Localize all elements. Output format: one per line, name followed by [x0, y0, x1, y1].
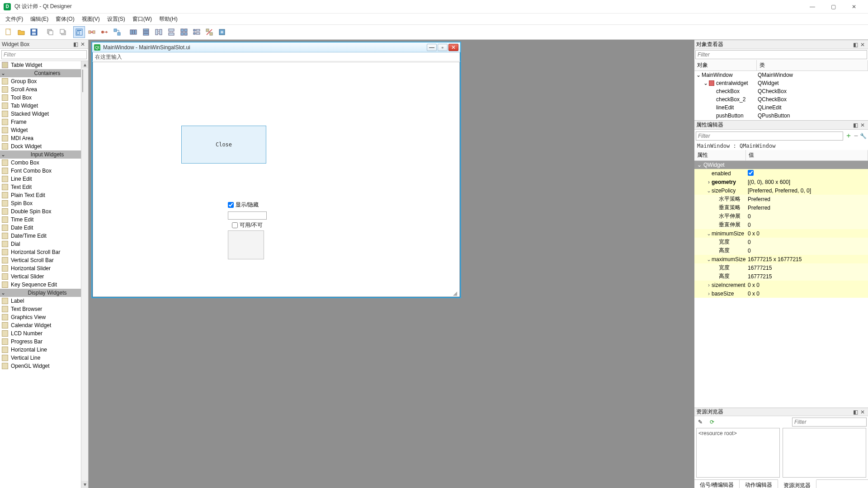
property-row[interactable]: ⌄maximumSize16777215 x 16777215	[694, 255, 868, 263]
resource-tree-pane[interactable]: <resource root>	[696, 428, 780, 478]
widget-item[interactable]: Vertical Line	[0, 354, 88, 362]
resource-preview-pane[interactable]	[783, 428, 866, 478]
scroll-thumb[interactable]	[82, 70, 83, 92]
resource-browser-float-button[interactable]: ◧	[852, 408, 859, 416]
widget-item-partial[interactable]: Table Widget	[0, 61, 88, 69]
object-tree-row[interactable]: ⌄centralwidgetQWidget	[694, 79, 868, 87]
widget-item[interactable]: Date Edit	[0, 224, 88, 232]
property-row[interactable]: ›sizeIncrement0 x 0	[694, 281, 868, 289]
design-mdi-area[interactable]: Qt MainWindow - MainWinSingalSlot.ui — ▫…	[89, 40, 694, 488]
widget-box-scrollbar[interactable]: ▴ ▾	[81, 61, 88, 488]
widget-box-list[interactable]: Table Widget ⌄Containers Group BoxScroll…	[0, 61, 88, 488]
open-button[interactable]	[15, 26, 27, 38]
category-input-widgets[interactable]: ⌄Input Widgets	[0, 150, 88, 159]
object-tree-row[interactable]: pushButtonQPushButton	[694, 112, 868, 120]
property-editor-float-button[interactable]: ◧	[852, 122, 859, 129]
property-col-value[interactable]: 值	[746, 150, 868, 160]
widget-item[interactable]: Plain Text Edit	[0, 191, 88, 199]
pushbutton-close[interactable]: Close	[181, 126, 266, 164]
reload-resources-button[interactable]: ⟳	[708, 418, 717, 427]
object-tree-col-name[interactable]: 对象	[694, 60, 757, 70]
property-row[interactable]: ›baseSize0 x 0	[694, 289, 868, 298]
property-editor-close-button[interactable]: ✕	[859, 122, 866, 129]
adjust-size-button[interactable]	[216, 26, 228, 38]
object-tree-col-class[interactable]: 类	[757, 60, 868, 70]
edit-buddies-button[interactable]	[99, 26, 110, 38]
widget-item[interactable]: Tab Widget	[0, 102, 88, 110]
widget-item[interactable]: Vertical Scroll Bar	[0, 256, 88, 264]
resource-browser-close-button[interactable]: ✕	[859, 408, 866, 416]
widget-item[interactable]: Time Edit	[0, 216, 88, 224]
property-row[interactable]: 垂直伸展0	[694, 221, 868, 229]
checkbox-enable[interactable]: 可用/不可	[232, 221, 263, 229]
resize-grip-icon[interactable]: ◢	[453, 290, 458, 296]
property-checkbox[interactable]	[748, 170, 754, 176]
widget-item[interactable]: Horizontal Slider	[0, 264, 88, 272]
form-canvas[interactable]: Close 显示/隐藏 可用/不可 ◢	[93, 62, 460, 297]
widget-item[interactable]: Dial	[0, 240, 88, 248]
widget-box-filter[interactable]: Filter	[1, 50, 87, 59]
close-window-button[interactable]: ✕	[844, 0, 864, 14]
property-col-name[interactable]: 属性	[694, 150, 746, 160]
property-row[interactable]: ⌄sizePolicy[Preferred, Preferred, 0, 0]	[694, 186, 868, 195]
widget-item[interactable]: Graphics View	[0, 313, 88, 321]
property-row[interactable]: 宽度16777215	[694, 263, 868, 272]
textedit-widget[interactable]	[228, 230, 264, 259]
checkbox-show-hide[interactable]: 显示/隐藏	[228, 201, 259, 209]
edit-signals-button[interactable]	[86, 26, 98, 38]
tab-resources[interactable]: 资源浏览器	[778, 479, 816, 488]
new-form-button[interactable]	[3, 26, 14, 38]
expand-icon[interactable]: ›	[706, 291, 712, 297]
layout-horizontal-button[interactable]	[127, 26, 139, 38]
widget-item[interactable]: Calendar Widget	[0, 321, 88, 329]
object-tree-row[interactable]: checkBox_2QCheckBox	[694, 95, 868, 103]
form-menubar-placeholder[interactable]: 在这里输入	[92, 52, 460, 61]
widget-item[interactable]: Horizontal Line	[0, 346, 88, 354]
scroll-up-icon[interactable]: ▴	[81, 61, 88, 68]
layout-grid-button[interactable]	[178, 26, 190, 38]
edit-widgets-button[interactable]	[73, 26, 85, 38]
layout-form-button[interactable]	[191, 26, 203, 38]
widget-item[interactable]: Font Combo Box	[0, 167, 88, 175]
expand-icon[interactable]: ⌄	[703, 80, 708, 86]
expand-icon[interactable]: ⌄	[706, 230, 712, 237]
property-filter-input[interactable]	[696, 131, 843, 141]
widget-item[interactable]: Key Sequence Edit	[0, 281, 88, 289]
widget-item[interactable]: MDI Area	[0, 134, 88, 142]
tab-actions[interactable]: 动作编辑器	[740, 480, 778, 488]
object-tree-row[interactable]: checkBoxQCheckBox	[694, 87, 868, 95]
remove-property-button[interactable]: −	[854, 132, 858, 140]
widget-item[interactable]: Date/Time Edit	[0, 232, 88, 240]
widget-item[interactable]: Widget	[0, 126, 88, 134]
widget-item[interactable]: LCD Number	[0, 329, 88, 338]
property-row[interactable]: ›geometry[(0, 0), 800 x 600]	[694, 178, 868, 186]
menu-help[interactable]: 帮助(H)	[156, 14, 181, 24]
menu-file[interactable]: 文件(F)	[2, 14, 27, 24]
property-group-qwidget[interactable]: ⌄QWidget	[694, 161, 868, 169]
widget-item[interactable]: OpenGL Widget	[0, 362, 88, 370]
scroll-down-icon[interactable]: ▾	[81, 481, 88, 488]
menu-edit[interactable]: 编辑(E)	[27, 14, 52, 24]
maximize-button[interactable]: ▢	[823, 0, 844, 14]
save-button[interactable]	[28, 26, 40, 38]
property-row[interactable]: 水平策略Preferred	[694, 195, 868, 203]
layout-vertical-button[interactable]	[140, 26, 152, 38]
edit-taborder-button[interactable]	[111, 26, 123, 38]
expand-icon[interactable]: ⌄	[706, 256, 712, 263]
widget-item[interactable]: Vertical Slider	[0, 272, 88, 281]
object-inspector-close-button[interactable]: ✕	[859, 41, 866, 48]
layout-hsplitter-button[interactable]	[153, 26, 165, 38]
form-window[interactable]: Qt MainWindow - MainWinSingalSlot.ui — ▫…	[91, 42, 461, 298]
object-tree-row[interactable]: ⌄MainWindowQMainWindow	[694, 71, 868, 79]
form-window-titlebar[interactable]: Qt MainWindow - MainWinSingalSlot.ui — ▫…	[92, 42, 460, 52]
category-display-widgets[interactable]: ⌄Display Widgets	[0, 289, 88, 297]
expand-icon[interactable]: ⌄	[706, 188, 712, 194]
widget-item[interactable]: Group Box	[0, 77, 88, 85]
property-settings-button[interactable]: 🔧	[860, 133, 867, 139]
property-row[interactable]: 水平伸展0	[694, 212, 868, 221]
widget-item[interactable]: Combo Box	[0, 159, 88, 167]
form-maximize-button[interactable]: ▫	[438, 44, 448, 51]
menu-window[interactable]: 窗口(W)	[129, 14, 156, 24]
checkbox-input[interactable]	[232, 222, 238, 228]
property-row[interactable]: 高度0	[694, 246, 868, 255]
